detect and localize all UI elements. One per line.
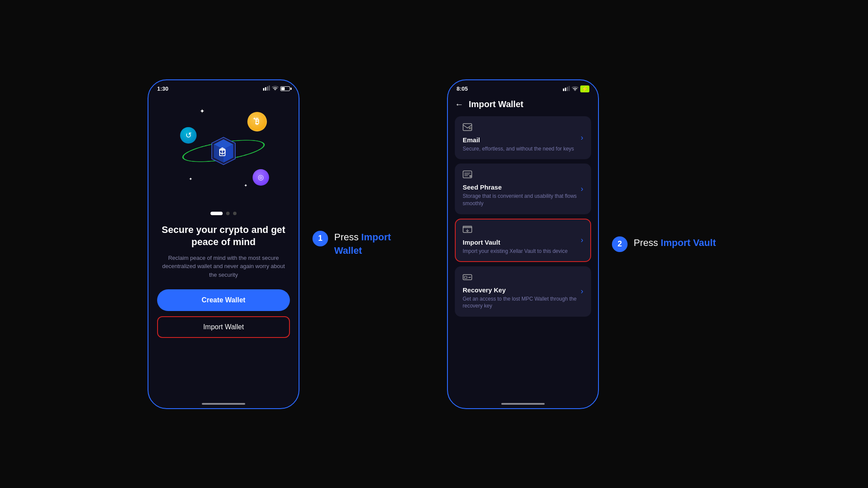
svg-rect-15 [565,88,566,91]
option-recovery-desc: Get an access to the lost MPC Wallet thr… [463,295,581,310]
signal-icon-2 [563,86,570,92]
screen1-content: ✦ ✦ ✦ ✦ [148,95,299,401]
step1-instruction: 1 Press Import Wallet [312,231,421,258]
step1-label: Press Import Wallet [334,231,421,258]
option-vault-title: Import Vault [463,239,581,246]
step-number-1: 1 [312,231,328,246]
option-email-left: Email Secure, effortless, and without th… [463,123,581,153]
option-recovery-left: Recovery Key Get an access to the lost M… [463,273,581,310]
status-icons-1 [263,85,290,92]
import-options-list: Email Secure, effortless, and without th… [448,113,598,321]
option-vault-icon-row [463,226,581,235]
option-vault-left: Import Vault Import your existing Xellar… [463,226,581,255]
star-icon-2: ✦ [253,116,256,121]
home-indicator-1 [202,403,245,405]
option-seed-title: Seed Phrase [463,183,581,191]
back-button[interactable]: ← [455,99,464,109]
status-bar-1: 1:30 [148,80,299,95]
create-wallet-button[interactable]: Create Wallet [157,289,290,311]
phone-screen-2: 8:05 [447,79,599,409]
step2-instruction: 2 Press Import Vault [612,236,720,252]
option-seed-desc: Storage that is convenient and usability… [463,193,581,207]
option-recovery-icon-row [463,273,581,283]
import-vault-icon [463,226,472,235]
chevron-right-vault: › [581,236,583,245]
svg-rect-16 [567,87,568,91]
option-recovery-key[interactable]: Recovery Key Get an access to the lost M… [455,266,591,317]
hero-illustration: ✦ ✦ ✦ ✦ [176,103,271,199]
svg-rect-33 [464,276,467,278]
step2-label: Press Import Vault [634,236,716,250]
star-icon-3: ✦ [189,177,192,181]
wifi-icon-1 [272,85,279,92]
import-wallet-button-screen1[interactable]: Import Wallet [157,316,290,338]
chevron-right-email: › [581,133,583,142]
step1-text-block: Press Import Wallet [334,231,421,258]
option-email-icon-row [463,123,581,133]
status-icons-2: ⚡ [563,85,589,92]
option-recovery-title: Recovery Key [463,286,581,294]
phone-screen-1: 1:30 [148,79,299,409]
option-seed-icon-row [463,170,581,180]
wifi-icon-2 [572,86,579,92]
svg-rect-1 [265,87,266,91]
svg-rect-2 [267,86,268,91]
chevron-right-seed: › [581,184,583,193]
option-seed-phrase[interactable]: Seed Phrase Storage that is convenient a… [455,164,591,214]
option-email-desc: Secure, effortless, and without the need… [463,145,581,153]
svg-point-21 [469,128,470,128]
page-dots [210,212,237,215]
arrow-coin-icon: ↺ [180,127,197,144]
option-email-title: Email [463,136,581,144]
battery-icon-1 [280,86,290,91]
svg-point-18 [575,90,575,91]
svg-point-4 [275,90,276,91]
star-icon-4: ✦ [244,183,247,188]
screen2-header: ← Import Wallet [448,95,598,113]
section-step1: 1:30 [148,79,421,409]
screen2-page-title: Import Wallet [469,99,523,109]
section-step2: 8:05 [447,79,720,409]
time-display-1: 1:30 [157,85,168,92]
seed-phrase-icon [463,170,472,180]
star-icon-1: ✦ [200,108,205,115]
svg-rect-14 [563,88,564,91]
option-email[interactable]: Email Secure, effortless, and without th… [455,116,591,160]
home-indicator-2 [501,403,545,405]
dot-2 [226,212,230,215]
bolt-icon: ⚡ [580,85,589,92]
dot-1 [210,212,223,215]
option-vault-desc: Import your existing Xellar Vault to thi… [463,248,581,255]
signal-icon-1 [263,85,270,92]
screen1-subtitle: Reclaim peace of mind with the most secu… [157,254,290,279]
step2-text-block: Press Import Vault [634,236,720,250]
screen1-title: Secure your crypto and get peace of mind [157,224,290,249]
chevron-right-recovery: › [581,287,583,296]
email-icon [463,123,472,133]
dot-3 [233,212,237,215]
time-display-2: 8:05 [457,85,468,92]
option-import-vault[interactable]: Import Vault Import your existing Xellar… [455,219,591,262]
svg-rect-3 [269,85,270,91]
svg-rect-17 [569,86,570,91]
step-number-2: 2 [612,236,628,252]
svg-rect-0 [263,88,264,91]
btc-coin-icon: ₿ [247,112,267,131]
eth-coin-icon: ◎ [253,169,269,186]
recovery-key-icon [463,273,472,283]
cube-icon [204,131,243,170]
option-seed-left: Seed Phrase Storage that is convenient a… [463,170,581,207]
status-bar-2: 8:05 [448,80,598,95]
